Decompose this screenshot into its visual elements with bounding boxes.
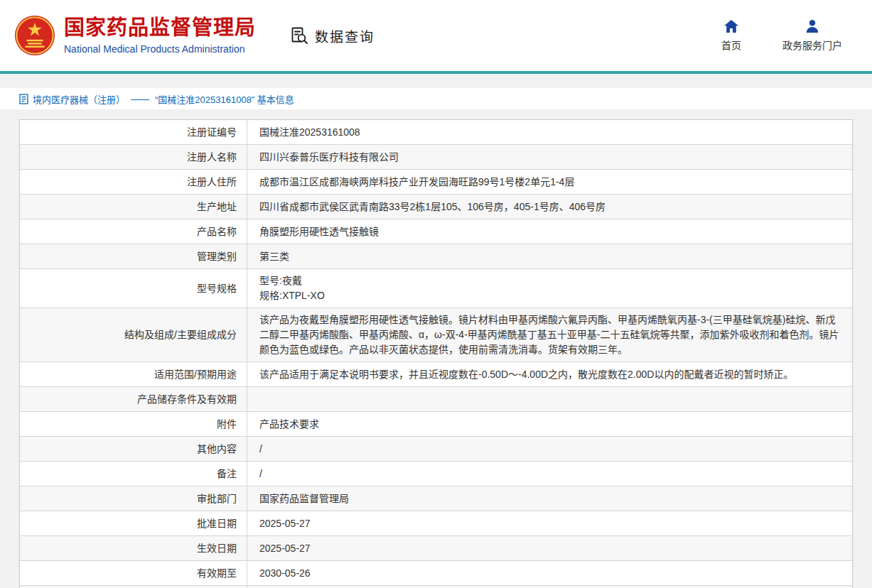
nav-data-query[interactable]: 数据查询: [290, 26, 375, 45]
row-label: 适用范围/预期用途: [20, 362, 247, 386]
row-value: 成都市温江区成都海峡两岸科技产业开发园海旺路99号1号楼2单元1-4层: [247, 170, 852, 194]
row-approval-date: 批准日期 2025-05-27: [20, 511, 852, 536]
org-name-en: National Medical Products Administration: [64, 43, 256, 55]
row-value: 四川兴泰普乐医疗科技有限公司: [247, 145, 852, 169]
row-registrant-address: 注册人住所 成都市温江区成都海峡两岸科技产业开发园海旺路99号1号楼2单元1-4…: [20, 170, 852, 195]
row-label: 附件: [20, 412, 247, 436]
row-label: 型号规格: [20, 269, 247, 307]
row-product-name: 产品名称 角膜塑形用硬性透气接触镜: [20, 219, 852, 244]
data-query-icon: [290, 26, 309, 45]
brand[interactable]: 国家药品监督管理局 National Medical Products Admi…: [14, 15, 256, 56]
nav-portal[interactable]: 政务服务门户: [782, 19, 842, 52]
row-structure-composition: 结构及组成/主要组成成分 该产品为夜戴型角膜塑形用硬性透气接触镜。镜片材料由甲基…: [20, 308, 852, 362]
row-label: 其他内容: [20, 437, 247, 461]
org-name-cn: 国家药品监督管理局: [64, 16, 256, 40]
row-value: 2025-05-27: [247, 511, 852, 535]
row-label: 产品储存条件及有效期: [20, 387, 247, 411]
row-attachment: 附件 产品技术要求: [20, 412, 852, 437]
row-registration-number: 注册证编号 国械注准20253161008: [20, 120, 852, 145]
row-label: 审批部门: [20, 486, 247, 511]
registration-info-table: 注册证编号 国械注准20253161008 注册人名称 四川兴泰普乐医疗科技有限…: [19, 119, 853, 588]
row-expiry-date: 有效期至 2030-05-26: [20, 561, 852, 586]
row-scope-of-application: 适用范围/预期用途 该产品适用于满足本说明书要求，并且近视度数在-0.50D～-…: [20, 362, 852, 387]
row-approval-department: 审批部门 国家药品监督管理局: [20, 486, 852, 511]
breadcrumb: 境内医疗器械（注册） —— “国械注准20253161008” 基本信息: [0, 88, 872, 109]
row-value: 国械注准20253161008: [247, 120, 852, 144]
row-label: 备注: [20, 462, 247, 486]
row-effective-date: 生效日期 2025-05-27: [20, 536, 852, 561]
row-remarks: 备注 /: [20, 462, 852, 486]
row-label: 产品名称: [20, 219, 247, 244]
nav-home-label: 首页: [721, 38, 741, 52]
row-value: 国家药品监督管理局: [247, 486, 852, 511]
row-label: 生效日期: [20, 536, 247, 560]
row-value: 2025-05-27: [247, 536, 852, 560]
attachment-link[interactable]: 产品技术要求: [247, 412, 852, 436]
row-label: 生产地址: [20, 195, 247, 219]
row-value: 该产品为夜戴型角膜塑形用硬性透气接触镜。镜片材料由甲基丙烯酸六氟异丙酯、甲基丙烯…: [247, 308, 852, 361]
user-icon: [805, 19, 819, 33]
document-icon: [19, 94, 28, 104]
nav-portal-label: 政务服务门户: [782, 38, 842, 52]
row-value: /: [247, 437, 852, 461]
header-nav: 首页 政务服务门户: [721, 19, 842, 52]
home-icon: [723, 19, 739, 33]
row-registrant-name: 注册人名称 四川兴泰普乐医疗科技有限公司: [20, 145, 852, 170]
row-value: 第三类: [247, 244, 852, 268]
row-storage-conditions: 产品储存条件及有效期: [20, 387, 852, 412]
breadcrumb-separator: ——: [131, 94, 149, 104]
site-header: 国家药品监督管理局 National Medical Products Admi…: [0, 0, 872, 74]
row-value: 2030-05-26: [247, 561, 852, 585]
row-value: 四川省成都市武侯区武青南路33号2栋1层105、106号房，405-1号房、40…: [247, 195, 852, 219]
row-model-spec: 型号规格 型号:夜戴 规格:XTPL-XO: [20, 269, 852, 308]
row-label: 结构及组成/主要组成成分: [20, 308, 247, 361]
row-management-class: 管理类别 第三类: [20, 244, 852, 269]
row-label: 注册人名称: [20, 145, 247, 169]
breadcrumb-section[interactable]: 境内医疗器械（注册）: [33, 92, 125, 106]
row-other-content: 其他内容 /: [20, 437, 852, 462]
data-query-label: 数据查询: [315, 26, 375, 45]
row-production-address: 生产地址 四川省成都市武侯区武青南路33号2栋1层105、106号房，405-1…: [20, 195, 852, 219]
nav-home[interactable]: 首页: [721, 19, 741, 52]
breadcrumb-current: “国械注准20253161008” 基本信息: [155, 92, 294, 106]
row-value: 该产品适用于满足本说明书要求，并且近视度数在-0.50D～-4.00D之内，散光…: [247, 362, 852, 386]
row-label: 批准日期: [20, 511, 247, 535]
row-value: 型号:夜戴 规格:XTPL-XO: [247, 269, 852, 307]
national-emblem-logo: [14, 15, 55, 56]
row-label: 有效期至: [20, 561, 247, 585]
row-value: 角膜塑形用硬性透气接触镜: [247, 219, 852, 244]
row-label: 注册人住所: [20, 170, 247, 194]
row-label: 管理类别: [20, 244, 247, 268]
brand-text: 国家药品监督管理局 National Medical Products Admi…: [64, 16, 256, 54]
row-label: 注册证编号: [20, 120, 247, 144]
row-value: /: [247, 462, 852, 486]
row-value: [247, 387, 852, 411]
